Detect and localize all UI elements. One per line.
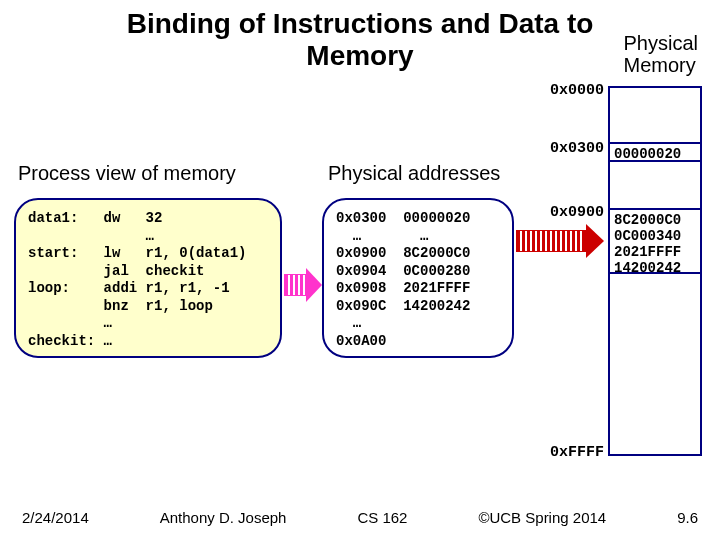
footer-date: 2/24/2014 (22, 509, 89, 526)
phys-l6: 0x090C 14200242 (336, 298, 470, 314)
footer-page: 9.6 (677, 509, 698, 526)
slide-title: Binding of Instructions and Data to Memo… (0, 8, 720, 72)
mem-0900-l4: 14200242 (614, 260, 681, 276)
addr-label-0900: 0x0900 (550, 204, 604, 221)
process-code-box: data1: dw 32 … start: lw r1, 0(data1) ja… (14, 198, 282, 358)
addr-label-ffff: 0xFFFF (550, 444, 604, 461)
phys-mem-l1: Physical (624, 32, 698, 54)
code-l8: checkit: … (28, 333, 112, 349)
addr-label-0300: 0x0300 (550, 140, 604, 157)
physical-addresses-box: 0x0300 00000020 … … 0x0900 8C2000C0 0x09… (322, 198, 514, 358)
code-l3: start: lw r1, 0(data1) (28, 245, 246, 261)
physical-memory-label: Physical Memory (624, 32, 698, 76)
arrow-pink-icon (284, 268, 322, 302)
mem-0900-l1: 8C2000C0 (614, 212, 681, 228)
code-l7: … (28, 315, 112, 331)
heading-physical-addresses: Physical addresses (328, 162, 500, 185)
phys-l4: 0x0904 0C000280 (336, 263, 470, 279)
mem-0900-l3: 2021FFFF (614, 244, 681, 260)
code-l2: … (28, 228, 154, 244)
mem-cell-0300-val: 00000020 (614, 146, 681, 162)
footer-course: CS 162 (357, 509, 407, 526)
phys-l2: … … (336, 228, 428, 244)
title-line-1: Binding of Instructions and Data to (127, 8, 594, 39)
code-l4: jal checkit (28, 263, 204, 279)
phys-l8: 0x0A00 (336, 333, 386, 349)
title-line-2: Memory (306, 40, 413, 71)
code-l1: data1: dw 32 (28, 210, 162, 226)
code-l5: loop: addi r1, r1, -1 (28, 280, 230, 296)
heading-process-view: Process view of memory (18, 162, 236, 185)
arrow-red-icon (516, 224, 604, 258)
code-l6: bnz r1, loop (28, 298, 213, 314)
mem-cell-0300: 00000020 (610, 142, 700, 162)
mem-cell-0900: 8C2000C0 0C000340 2021FFFF 14200242 (610, 208, 700, 274)
footer-author: Anthony D. Joseph (160, 509, 287, 526)
footer-copyright: ©UCB Spring 2014 (478, 509, 606, 526)
phys-l1: 0x0300 00000020 (336, 210, 470, 226)
mem-0900-l2: 0C000340 (614, 228, 681, 244)
addr-label-0000: 0x0000 (550, 82, 604, 99)
phys-l3: 0x0900 8C2000C0 (336, 245, 470, 261)
phys-mem-l2: Memory (624, 54, 696, 76)
phys-l5: 0x0908 2021FFFF (336, 280, 470, 296)
slide-footer: 2/24/2014 Anthony D. Joseph CS 162 ©UCB … (0, 509, 720, 526)
phys-l7: … (336, 315, 361, 331)
physical-memory-box: 00000020 8C2000C0 0C000340 2021FFFF 1420… (608, 86, 702, 456)
